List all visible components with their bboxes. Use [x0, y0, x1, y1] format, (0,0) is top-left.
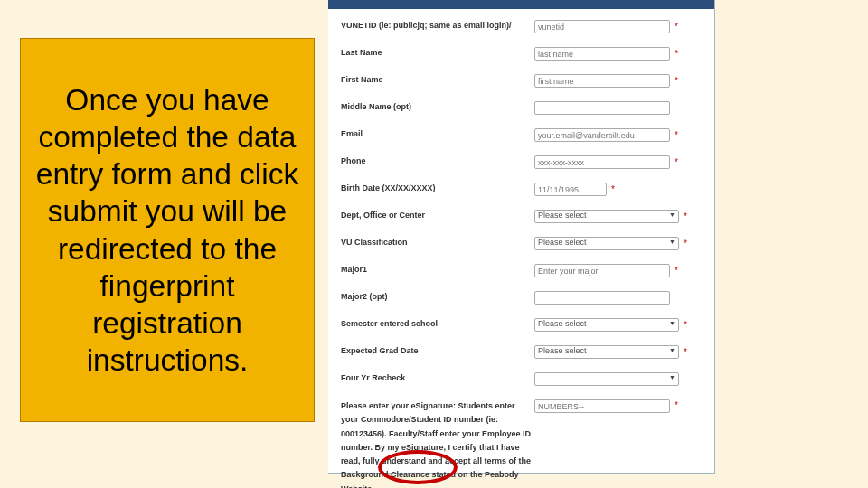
row-dept: Dept, Office or Center Please select * — [341, 210, 702, 224]
required-mark: * — [684, 238, 687, 250]
input-lastname[interactable] — [534, 47, 670, 61]
input-major1[interactable] — [534, 264, 670, 277]
row-fouryr: Four Yr Recheck — [341, 372, 702, 387]
label-phone: Phone — [341, 155, 534, 168]
required-mark: * — [684, 346, 687, 359]
instruction-text: Once you have completed the data entry f… — [26, 81, 308, 380]
required-mark: * — [611, 183, 615, 196]
select-semester[interactable]: Please select — [534, 318, 679, 332]
row-major2: Major2 (opt) — [341, 291, 702, 305]
row-semester: Semester entered school Please select * — [341, 318, 702, 333]
row-email: Email * — [341, 128, 702, 143]
form-header-bar — [328, 0, 714, 9]
label-fouryr: Four Yr Recheck — [341, 372, 534, 385]
row-birthdate: Birth Date (XX/XX/XXXX) * — [341, 183, 702, 197]
input-firstname[interactable] — [534, 74, 670, 88]
label-major2: Major2 (opt) — [341, 291, 534, 304]
label-semester: Semester entered school — [341, 318, 534, 331]
row-major1: Major1 * — [341, 264, 702, 278]
row-graddate: Expected Grad Date Please select * — [341, 345, 702, 360]
label-vunetid: VUNETID (ie: publicjq; same as email log… — [341, 20, 534, 33]
required-mark: * — [684, 211, 687, 223]
select-graddate[interactable]: Please select — [534, 345, 679, 359]
esig-instructions: Please enter your eSignature: Students e… — [341, 399, 534, 488]
row-lastname: Last Name * — [341, 47, 702, 61]
select-dept[interactable]: Please select — [534, 210, 679, 223]
required-mark: * — [675, 129, 678, 142]
label-dept: Dept, Office or Center — [341, 210, 534, 222]
label-middlename: Middle Name (opt) — [341, 101, 534, 114]
required-mark: * — [675, 48, 678, 61]
required-mark: * — [675, 75, 678, 88]
select-fouryr[interactable] — [534, 372, 679, 386]
row-vunetid: VUNETID (ie: publicjq; same as email log… — [341, 20, 702, 34]
label-graddate: Expected Grad Date — [341, 345, 534, 358]
input-vunetid[interactable] — [534, 20, 670, 33]
input-major2[interactable] — [534, 291, 670, 305]
input-esig[interactable] — [534, 399, 670, 413]
required-mark: * — [675, 399, 678, 412]
label-vuclass: VU Classification — [341, 237, 534, 249]
form-body: VUNETID (ie: publicjq; same as email log… — [328, 9, 714, 488]
form-panel: VUNETID (ie: publicjq; same as email log… — [328, 0, 715, 474]
row-firstname: First Name * — [341, 74, 702, 89]
label-firstname: First Name — [341, 74, 534, 87]
row-vuclass: VU Classification Please select * — [341, 237, 702, 251]
required-mark: * — [684, 319, 687, 332]
input-middlename[interactable] — [534, 101, 670, 115]
input-email[interactable] — [534, 128, 670, 142]
label-major1: Major1 — [341, 264, 534, 277]
select-vuclass[interactable]: Please select — [534, 237, 679, 250]
label-email: Email — [341, 128, 534, 141]
label-birthdate: Birth Date (XX/XX/XXXX) — [341, 183, 534, 195]
required-mark: * — [675, 21, 678, 33]
instruction-callout: Once you have completed the data entry f… — [20, 38, 315, 422]
label-lastname: Last Name — [341, 47, 534, 60]
required-mark: * — [675, 265, 678, 277]
row-middlename: Middle Name (opt) — [341, 101, 702, 116]
row-phone: Phone * — [341, 155, 702, 170]
input-phone[interactable] — [534, 155, 670, 169]
required-mark: * — [675, 156, 678, 169]
row-esig: Please enter your eSignature: Students e… — [341, 399, 702, 488]
input-birthdate[interactable] — [534, 183, 607, 196]
